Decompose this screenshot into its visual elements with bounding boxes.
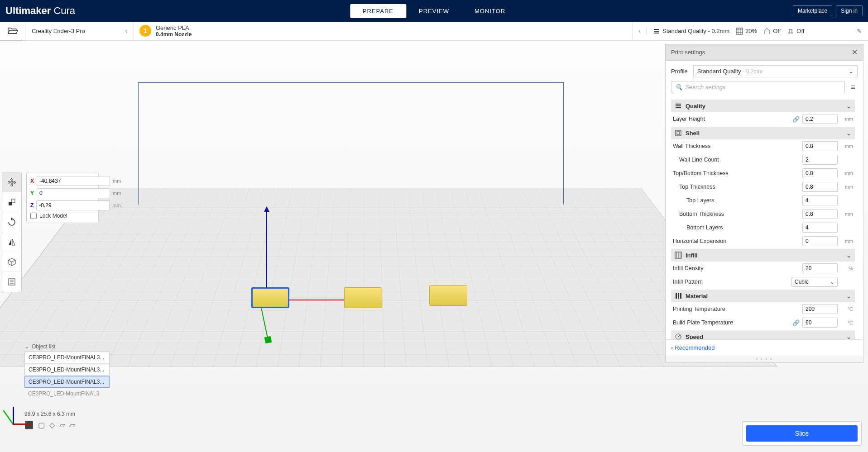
panel-drag-handle[interactable]: • • • • (666, 356, 863, 362)
svg-rect-8 (676, 105, 681, 106)
move-y-input[interactable] (37, 188, 110, 198)
mesh-tool-button[interactable] (2, 252, 21, 272)
profile-selector[interactable]: Standard Quality - 0.2mm ⌄ (693, 65, 858, 77)
settings-scroll[interactable]: Quality ⌄ Layer Height🔗mm Shell ⌄ Wall T… (671, 99, 858, 339)
infill-pattern-value: Cubic (795, 279, 809, 285)
adhesion-summary: Off (787, 28, 804, 35)
view-3d-icon[interactable]: ⬛ (24, 421, 34, 429)
setting-label: Top Thickness (679, 184, 800, 190)
layer-height-input[interactable] (802, 114, 838, 124)
close-icon[interactable]: ✕ (852, 48, 858, 57)
logo-strong: Ultimaker (5, 5, 51, 16)
mirror-tool-button[interactable] (2, 232, 21, 252)
top-layers-input[interactable] (802, 195, 838, 205)
model-selected[interactable] (251, 287, 289, 308)
section-shell[interactable]: Shell ⌄ (671, 127, 855, 139)
bottom-layers-input[interactable] (802, 223, 838, 233)
unit-mm: mm (113, 190, 121, 196)
support-blocker-button[interactable] (2, 272, 21, 292)
slice-panel: Slice (742, 421, 862, 446)
recommended-button[interactable]: ‹ Recommended (671, 344, 858, 351)
material-name: Generic PLA (156, 24, 192, 32)
model-2[interactable] (344, 287, 382, 308)
list-item[interactable]: CE3PRO_LED-MountFINAL3 (24, 388, 110, 399)
svg-rect-2 (654, 33, 659, 33)
lock-model-row[interactable]: Lock Model (30, 213, 95, 219)
list-item[interactable]: CE3PRO_LED-MountFINAL3... (24, 364, 110, 376)
setting-label: Wall Thickness (673, 143, 800, 149)
model-3[interactable] (429, 285, 467, 306)
app-logo: Ultimaker Cura (5, 5, 75, 17)
signin-button[interactable]: Sign in (836, 5, 863, 16)
bottom-thickness-input[interactable] (802, 209, 838, 219)
pencil-icon[interactable]: ✎ (857, 28, 862, 34)
tab-preview[interactable]: PREVIEW (406, 4, 462, 18)
section-speed-label: Speed (686, 333, 703, 340)
svg-rect-14 (678, 293, 679, 299)
section-material[interactable]: Material ⌄ (671, 290, 855, 302)
marketplace-button[interactable]: Marketplace (793, 5, 832, 16)
move-x-input[interactable] (37, 176, 110, 186)
top-bottom-thickness-input[interactable] (802, 168, 838, 178)
top-thickness-input[interactable] (802, 182, 838, 192)
search-input[interactable]: 🔍 Search settings (671, 81, 845, 93)
svg-rect-1 (654, 31, 659, 32)
horizontal-expansion-input[interactable] (802, 236, 838, 246)
quality-icon (675, 102, 682, 109)
wall-thickness-input[interactable] (802, 141, 838, 151)
link-icon[interactable]: 🔗 (792, 319, 800, 326)
list-item[interactable]: CE3PRO_LED-MountFINAL3... (24, 376, 110, 388)
object-list-toggle[interactable]: ⌄ Object list (24, 343, 110, 350)
printing-temp-input[interactable] (802, 304, 838, 314)
quality-label: Standard Quality - 0.2mm (662, 28, 729, 34)
unit: °C (840, 320, 853, 325)
view-top-icon[interactable]: ◇ (49, 421, 55, 429)
view-right-icon[interactable]: ▱ (69, 421, 75, 429)
unit-mm: mm (112, 203, 120, 208)
settings-menu-icon[interactable]: ≡ (849, 83, 858, 91)
unit: °C (840, 306, 853, 312)
setting-label: Horizontal Expansion (673, 238, 800, 244)
section-infill[interactable]: Infill ⌄ (671, 249, 855, 262)
settings-title-bar: Print settings ✕ (666, 44, 863, 61)
svg-rect-7 (676, 104, 681, 105)
axis-y-label: Y (30, 190, 34, 196)
tab-prepare[interactable]: PREPARE (350, 4, 406, 18)
printer-name: Creality Ender-3 Pro (32, 28, 85, 34)
chevron-left-icon: ‹ (671, 344, 673, 351)
lock-model-checkbox[interactable] (30, 213, 37, 219)
transform-toolbar (2, 172, 22, 292)
chevron-down-icon: ⌄ (846, 252, 851, 259)
link-icon[interactable]: 🔗 (792, 116, 800, 123)
material-chevron[interactable]: ‹ (633, 22, 646, 41)
gizmo-z-axis[interactable] (266, 208, 267, 299)
print-setup-strip[interactable]: Standard Quality - 0.2mm 20% Off Off ✎ (646, 28, 868, 35)
scale-tool-button[interactable] (2, 192, 21, 212)
move-tool-button[interactable] (2, 172, 21, 192)
build-volume-outline (138, 82, 564, 205)
nozzle-size: 0.4mm Nozzle (156, 31, 192, 38)
list-item[interactable]: CE3PRO_LED-MountFINAL3... (24, 352, 110, 363)
printer-selector[interactable]: Creality Ender-3 Pro ‹ (25, 22, 134, 41)
app-header: Ultimaker Cura PREPARE PREVIEW MONITOR M… (0, 0, 868, 22)
material-selector[interactable]: 1 Generic PLA 0.4mm Nozzle (134, 24, 633, 38)
buildplate-temp-input[interactable] (802, 318, 838, 328)
tab-monitor[interactable]: MONITOR (462, 4, 518, 18)
slice-button[interactable]: Slice (746, 425, 858, 442)
rotate-tool-button[interactable] (2, 212, 21, 232)
section-quality[interactable]: Quality ⌄ (671, 100, 855, 112)
move-icon (7, 178, 16, 187)
infill-density-input[interactable] (802, 263, 838, 273)
view-front-icon[interactable]: ▢ (38, 421, 45, 429)
search-placeholder: Search settings (685, 84, 726, 90)
wall-line-count-input[interactable] (802, 155, 838, 165)
move-z-input[interactable] (36, 200, 110, 210)
svg-rect-4 (9, 202, 12, 205)
infill-pattern-select[interactable]: Cubic⌄ (791, 277, 838, 287)
layers-icon (653, 28, 660, 35)
lock-model-label: Lock Model (39, 213, 67, 219)
open-file-button[interactable] (0, 22, 25, 41)
section-speed[interactable]: Speed ⌄ (671, 330, 855, 339)
view-left-icon[interactable]: ▱ (59, 421, 65, 429)
infill-pct: 20% (745, 28, 757, 34)
